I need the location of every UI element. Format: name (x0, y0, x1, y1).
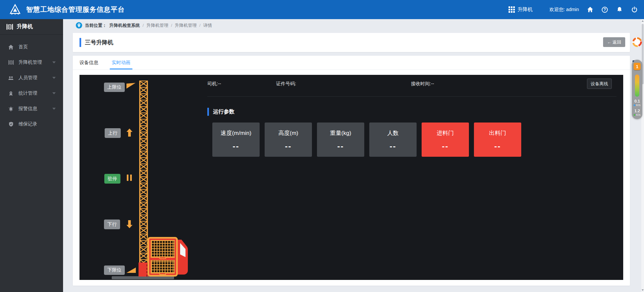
sidebar-item-label: 统计管理 (18, 90, 37, 96)
help-button[interactable]: ? (601, 6, 608, 13)
page-title-card: 三号升降机 ← 返回 (73, 33, 630, 52)
param-label: 进料门 (422, 129, 469, 137)
power-button[interactable] (631, 6, 638, 13)
param-card-inlet-door: 进料门 -- (422, 123, 469, 157)
param-label: 速度(m/min) (212, 129, 260, 137)
param-label: 高度(m) (265, 129, 312, 137)
realtime-panel: 上限位 上行 驻停 下行 下限位 (79, 75, 623, 280)
ramp-icon (126, 267, 136, 273)
sidebar-menu: 首页 升降机管理 人员管理 统计管理 (0, 35, 63, 132)
sidebar-item-label: 报警信息 (18, 106, 37, 112)
sidebar-title: 升降机 (17, 23, 33, 30)
state-lower-limit: 下限位 (104, 265, 125, 275)
username: admin (566, 7, 579, 12)
param-value: -- (212, 142, 260, 151)
back-button[interactable]: ← 返回 (603, 37, 625, 47)
sidebar-item-alarm-info[interactable]: 报警信息 (0, 101, 63, 116)
certificate-info: 证件号码: (276, 81, 296, 87)
sidebar-item-statistics-management[interactable]: 统计管理 (0, 86, 63, 101)
welcome-text: 欢迎您: admin (549, 7, 579, 13)
param-card-people-count: 人数 -- (369, 123, 417, 157)
breadcrumb-item[interactable]: 升降机管理 (175, 22, 197, 29)
breadcrumb-item[interactable]: 升降机管理 (147, 22, 168, 29)
panel-divider (207, 96, 616, 97)
cage-mesh-panel (151, 260, 175, 274)
cage-latch (159, 273, 166, 275)
device-status-button[interactable]: 设备离线 (587, 79, 612, 89)
lift-cage (148, 237, 178, 277)
question-icon: ? (602, 7, 608, 13)
app-switcher[interactable]: 升降机 (508, 6, 533, 13)
power-icon (631, 6, 638, 13)
param-value: -- (422, 142, 469, 151)
hoist-icon (6, 23, 13, 30)
upload-dot-icon (634, 114, 635, 116)
driver-info: 司机:-- (207, 81, 221, 87)
tab-device-info[interactable]: 设备信息 (79, 56, 98, 69)
page-title: 三号升降机 (85, 33, 113, 52)
download-dot-icon (634, 104, 635, 106)
param-card-height: 高度(m) -- (265, 123, 312, 157)
upload-speed: 1.2 K/s (632, 109, 642, 116)
sidebar-item-home[interactable]: 首页 (0, 39, 63, 55)
speed-gradient-bar (635, 75, 639, 97)
scroll-down-arrow-icon[interactable] (642, 289, 644, 291)
receive-time-info: 接收时间:-- (411, 81, 434, 87)
section-accent-bar (207, 108, 209, 116)
detail-card: 设备信息 实时动画 上限位 上行 驻停 下行 下限位 (73, 56, 630, 286)
app-header: 智慧工地综合管理服务信息平台 升降机 欢迎您: admin ? (0, 0, 644, 19)
flag-icon (126, 83, 136, 89)
param-label: 人数 (369, 129, 417, 137)
param-label: 出料门 (474, 129, 521, 137)
breadcrumb-separator: / (143, 23, 144, 28)
location-pin-icon (76, 22, 82, 29)
breadcrumb-root[interactable]: 升降机检查系统 (109, 22, 140, 29)
breadcrumb: 当前位置： 升降机检查系统 / 升降机管理 / 升降机管理 / 详情 (76, 22, 212, 29)
breadcrumb-separator: / (171, 23, 172, 28)
cage-mesh-panel (151, 240, 175, 258)
param-value: -- (474, 142, 521, 151)
chevron-down-icon (52, 61, 56, 63)
bell-icon (616, 6, 623, 13)
param-value: -- (369, 142, 417, 151)
hoist-icon (8, 60, 14, 65)
alarm-icon (8, 106, 14, 112)
home-button[interactable] (586, 6, 594, 13)
platform-title: 智慧工地综合管理服务信息平台 (26, 5, 125, 14)
vertical-scrollbar[interactable] (641, 19, 644, 292)
param-card-speed: 速度(m/min) -- (212, 123, 260, 157)
breadcrumb-prefix: 当前位置： (85, 22, 107, 29)
chevron-down-icon (52, 92, 56, 94)
active-tab-indicator (110, 68, 132, 69)
brand-logo-icon (9, 3, 21, 16)
lift-cab (176, 240, 190, 275)
sidebar: 升降机 首页 升降机管理 人员管理 (0, 19, 63, 292)
sidebar-item-label: 首页 (18, 44, 28, 50)
pause-icon (127, 175, 132, 181)
param-value: -- (317, 142, 364, 151)
shield-icon (8, 121, 14, 127)
screenshot-tool-icon[interactable] (632, 37, 642, 47)
param-value: -- (265, 142, 312, 151)
security-badge: 1 (634, 63, 641, 70)
sidebar-item-hoist-management[interactable]: 升降机管理 (0, 55, 63, 70)
scroll-up-arrow-icon[interactable] (642, 20, 644, 22)
rack-line (147, 237, 147, 277)
app-switcher-label: 升降机 (518, 6, 533, 13)
run-params-header: 运行参数 (207, 107, 234, 116)
home-icon (8, 44, 14, 50)
arrow-down-icon (126, 220, 132, 228)
notifications-button[interactable] (616, 6, 623, 13)
state-descend: 下行 (104, 220, 120, 229)
tab-realtime-animation[interactable]: 实时动画 (112, 56, 130, 69)
network-speed-widget[interactable]: 1 0.1 K/s 1.2 K/s (632, 60, 642, 119)
cage-latch (159, 257, 166, 259)
sidebar-item-personnel-management[interactable]: 人员管理 (0, 70, 63, 86)
cursor-icon (633, 60, 635, 62)
sidebar-item-label: 维保记录 (18, 121, 37, 127)
state-ascend: 上行 (105, 128, 121, 138)
arrow-up-icon (126, 129, 132, 137)
topbar-actions: 升降机 欢迎您: admin ? (508, 0, 638, 19)
sidebar-item-maintenance-records[interactable]: 维保记录 (0, 116, 63, 132)
section-title: 运行参数 (213, 108, 234, 115)
